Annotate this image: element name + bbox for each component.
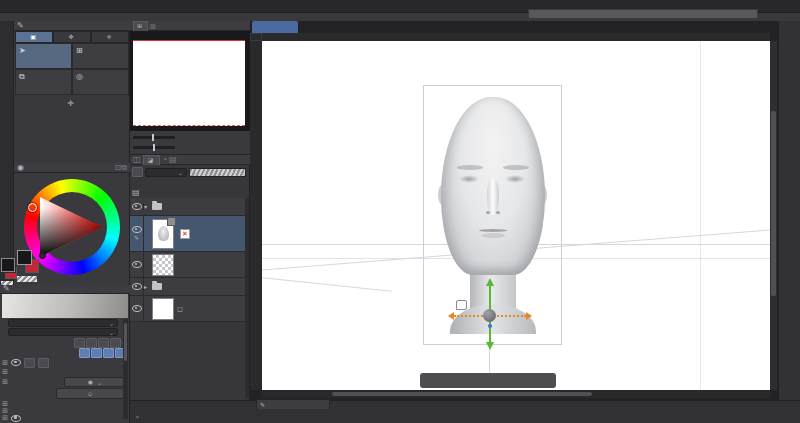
navigator-header: ⊞ ▨ (130, 21, 250, 31)
property-icon: ✎ (3, 285, 10, 293)
visibility-eye-icon[interactable] (11, 359, 21, 366)
tab-animation-icon[interactable]: ▤ (169, 156, 177, 164)
panel-menu-icon[interactable]: ▤ (132, 189, 140, 197)
foreground-color-swatch[interactable] (1, 258, 15, 272)
collapse-icon[interactable]: ▾ (144, 204, 152, 210)
layer-blend-row: ⌄ (132, 167, 248, 177)
selection-mode-row: ⌄ (4, 338, 126, 347)
add-icon: ✛ (67, 100, 74, 108)
navigator-rotate-row (133, 143, 247, 152)
document-tab[interactable] (252, 21, 298, 33)
visibility-eye-icon[interactable] (132, 203, 142, 210)
panel-options-icon[interactable]: ⊡⧉ (115, 164, 127, 172)
layer-panel-header: ◫ ◪ ◔ ▤ (130, 155, 250, 165)
subview-window (528, 9, 758, 19)
object-launcher-bar (420, 373, 556, 388)
paper-icon: ◻ (177, 305, 183, 312)
brush-size-list (258, 404, 798, 422)
brush-bar-collapse-icon[interactable]: ⌄ (134, 404, 141, 422)
ruler-corner (250, 33, 262, 41)
visibility-eye-icon[interactable] (132, 283, 142, 290)
opacity-slider[interactable] (189, 168, 246, 177)
zoom-slider[interactable] (133, 136, 175, 139)
transparent-part-dropdown[interactable]: ⌄ (8, 319, 118, 327)
visibility-eye-icon[interactable] (132, 226, 142, 233)
layer-search-icon[interactable]: ◫ (133, 156, 141, 164)
tab-color-query[interactable]: ▨ (150, 23, 158, 29)
gizmo-root-sphere[interactable] (483, 309, 496, 322)
model-brow-left (457, 165, 483, 170)
subtool-tab-objeto[interactable]: ▣ (15, 31, 53, 43)
model-lower-lip (481, 233, 505, 238)
expand-icon[interactable]: ⊞ (2, 378, 9, 386)
color-wheel-icon: ◉ (17, 164, 24, 172)
gizmo-y-arrow-up (486, 278, 494, 286)
model-row: ⊞ ⌄ (2, 358, 126, 367)
visibility-eye-icon[interactable] (132, 261, 142, 268)
expand-icon[interactable]: ⊞ (2, 359, 9, 367)
navigator-zoom-row (133, 133, 247, 142)
3d-badge-icon (167, 217, 176, 226)
model-nostril-left (486, 211, 490, 214)
subtool-tab-mover-capa[interactable]: ✛ (91, 31, 129, 43)
model-brow-right (503, 165, 529, 170)
head-model-row: ☺ (4, 388, 126, 399)
gizmo-z-handle[interactable] (488, 324, 492, 328)
visibility-eye-icon[interactable] (11, 415, 21, 422)
folder-icon (152, 283, 162, 290)
layer-icon: ◪ (148, 157, 154, 163)
navigator-preview[interactable] (130, 31, 250, 131)
layer-row-folder1[interactable]: ▸ (130, 278, 248, 296)
tab-layer[interactable]: ◪ (143, 155, 161, 165)
preset-button[interactable]: ◉⌄ (64, 377, 126, 387)
wheel-foreground-swatch[interactable] (17, 250, 32, 265)
blend-mode-dropdown[interactable]: ⌄ (145, 168, 187, 177)
layer-row-capa2[interactable] (130, 252, 248, 278)
layer-row-head-model[interactable]: ✎ ✕ (130, 216, 248, 252)
color-wheel-header: ◉ ⊡⧉ (14, 163, 130, 173)
preset-icon: ◉ (88, 379, 93, 385)
model-checkbox[interactable] (24, 358, 35, 368)
property-scrollbar[interactable] (123, 319, 128, 419)
subtool-tab-mover[interactable]: ✥ (53, 31, 91, 43)
model-checkbox-2[interactable] (38, 358, 49, 368)
subtool-item-light-table[interactable]: ◎ (72, 69, 129, 95)
register-material-button[interactable]: ☺ (56, 388, 126, 399)
layer-scrollbar[interactable] (245, 198, 249, 398)
3d-object-bounding-box[interactable] (423, 85, 562, 345)
hue-marker[interactable] (28, 203, 37, 212)
layer-command-bar: ▤ (132, 188, 248, 197)
subtool-grid: ➤ ⊞ ⧉ ◎ (15, 43, 129, 95)
subtool-item-select-layer[interactable]: ⧉ (15, 69, 72, 95)
selection-mode-buttons[interactable]: ⌄ (73, 338, 126, 348)
missing-material-icon: ✕ (180, 229, 190, 239)
tab-navigator[interactable]: ⊞ (133, 21, 148, 31)
manipulator-row (4, 348, 126, 357)
manipulator-buttons[interactable] (78, 348, 126, 358)
layer-row-paper[interactable]: ◻ (130, 296, 248, 322)
selectable-object-dropdown[interactable]: ⌄ (8, 328, 118, 336)
add-subtool-button[interactable]: ✛ (15, 100, 129, 108)
wheel-transparent-swatch[interactable] (17, 276, 37, 282)
sv-marker[interactable] (39, 252, 46, 259)
canvas-vertical-scrollbar[interactable] (770, 41, 777, 390)
chevron-down-icon: ⌄ (109, 320, 114, 327)
subtool-item-objeto[interactable]: ➤ (15, 43, 72, 69)
subtool-item-timeline[interactable]: ⊞ (72, 43, 129, 69)
blend-category-chip[interactable] (132, 167, 143, 177)
expand-icon[interactable]: ▸ (144, 284, 152, 290)
move-layer-icon: ✛ (106, 34, 111, 40)
subtool-panel-header: ✎ (14, 21, 130, 31)
visibility-eye-icon[interactable] (132, 305, 142, 312)
tab-layer-property-icon[interactable]: ◔ (162, 156, 167, 164)
rotation-slider[interactable] (133, 146, 175, 149)
vertical-ruler (250, 41, 262, 390)
expand-icon[interactable]: ⊞ (2, 414, 9, 422)
layer-row-folder2[interactable]: ▾ (130, 198, 248, 216)
object-icon: ▣ (30, 34, 36, 40)
subtool-tabs: ▣ ✥ ✛ (15, 32, 129, 42)
gizmo-x-arrow-right (526, 312, 532, 320)
canvas-page[interactable] (262, 41, 770, 390)
expand-icon[interactable]: ⊞ (2, 368, 9, 376)
canvas-horizontal-scrollbar[interactable] (262, 390, 770, 398)
